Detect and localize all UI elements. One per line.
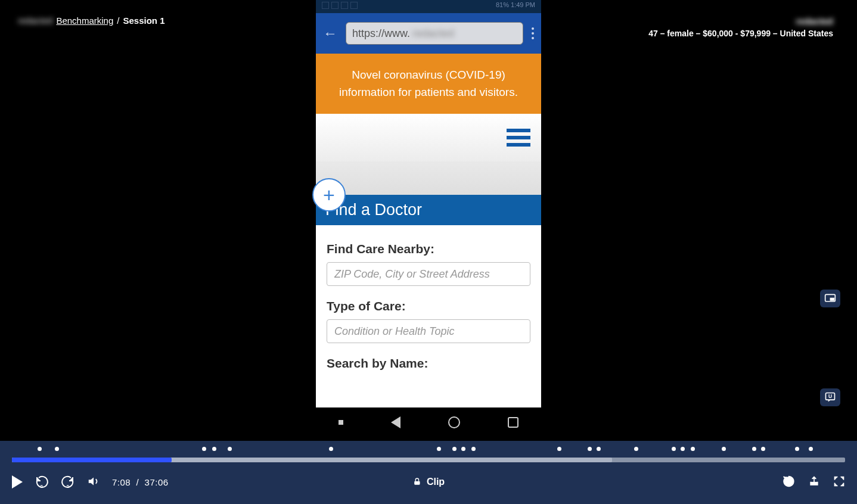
participant-info: redacted 47 – female – $60,000 - $79,999…: [648, 15, 833, 39]
volume-button[interactable]: [87, 475, 100, 490]
timeline-marker[interactable]: [437, 447, 441, 451]
timeline-marker[interactable]: [55, 447, 59, 451]
participant-demographics: 47 – female – $60,000 - $79,999 – United…: [648, 28, 833, 39]
label-type-of-care: Type of Care:: [327, 299, 530, 313]
site-topbar: [316, 114, 541, 161]
timeline-marker[interactable]: [228, 447, 232, 451]
nav-recents-icon[interactable]: [508, 417, 518, 428]
breadcrumb-current-session: Session 1: [123, 15, 164, 26]
time-display: 7:08 / 37:06: [112, 477, 169, 487]
nav-back-icon[interactable]: [391, 416, 400, 428]
current-time: 7:08: [112, 477, 131, 487]
label-search-by-name: Search by Name:: [327, 356, 530, 371]
input-type-of-care[interactable]: [327, 319, 530, 343]
play-button[interactable]: [12, 475, 23, 489]
android-status-bar: 81% 1:49 PM: [316, 0, 541, 13]
timeline-marker[interactable]: [722, 447, 726, 451]
svg-text:5: 5: [67, 484, 70, 489]
timeline-marker[interactable]: [681, 447, 685, 451]
find-doctor-form: Find Care Nearby: Type of Care: Search b…: [316, 225, 541, 407]
participant-gender: female: [667, 29, 693, 38]
timeline-marker[interactable]: [461, 447, 465, 451]
timeline-marker[interactable]: [588, 447, 592, 451]
participant-name-blurred: redacted: [796, 15, 833, 27]
site-subheader: +: [316, 161, 541, 195]
android-nav-bar: [316, 407, 541, 437]
svg-rect-1: [830, 298, 834, 300]
participant-age: 47: [648, 29, 658, 38]
status-clock: 1:49 PM: [511, 1, 535, 8]
find-a-doctor-heading: Find a Doctor: [316, 195, 541, 225]
fullscreen-button[interactable]: [833, 475, 845, 489]
timeline-marker[interactable]: [202, 447, 206, 451]
player-controls: 5 5 7:08 / 37:06 Clip: [0, 462, 857, 502]
timeline-marker[interactable]: [329, 447, 333, 451]
duration: 37:06: [145, 477, 169, 487]
rewind-5-button[interactable]: 5: [35, 475, 49, 489]
breadcrumb-separator: /: [117, 15, 119, 26]
nav-home-icon[interactable]: [448, 416, 460, 428]
status-right: 81% 1:49 PM: [496, 1, 535, 8]
participant-country: United States: [780, 29, 833, 38]
participant-income: $60,000 - $79,999: [703, 29, 771, 38]
url-visible-prefix: https://www.: [352, 27, 410, 40]
timeline-marker[interactable]: [634, 447, 638, 451]
timeline-marker[interactable]: [597, 447, 601, 451]
timeline-marker[interactable]: [795, 447, 799, 451]
progress-played: [12, 458, 172, 462]
timeline-markers[interactable]: [0, 444, 857, 455]
browser-url-field[interactable]: https://www. redacted: [346, 22, 523, 45]
timeline-marker[interactable]: [809, 447, 813, 451]
timeline-marker[interactable]: [471, 447, 476, 451]
share-button[interactable]: [808, 475, 820, 489]
breadcrumb-link-benchmarking[interactable]: Benchmarking: [56, 15, 113, 26]
timeline-marker[interactable]: [672, 447, 676, 451]
timeline-marker[interactable]: [38, 447, 42, 451]
plus-icon[interactable]: +: [312, 178, 346, 211]
nav-assistant-icon[interactable]: [339, 420, 343, 425]
clip-label: Clip: [427, 477, 445, 487]
progress-bar[interactable]: [12, 458, 845, 462]
svg-rect-6: [414, 481, 420, 485]
picture-in-picture-button[interactable]: [820, 290, 840, 307]
feedback-button[interactable]: U: [820, 388, 840, 406]
svg-text:U: U: [828, 393, 832, 399]
timeline-marker[interactable]: [691, 447, 695, 451]
timeline-marker[interactable]: [452, 447, 457, 451]
forward-5-button[interactable]: 5: [61, 475, 75, 489]
url-blurred-remainder: redacted: [412, 27, 454, 40]
timeline-marker[interactable]: [752, 447, 756, 451]
status-notification-icons: [322, 2, 358, 9]
timeline-marker[interactable]: [761, 447, 765, 451]
browser-toolbar: ← https://www. redacted: [316, 13, 541, 54]
video-player-bar: 5 5 7:08 / 37:06 Clip: [0, 441, 857, 504]
browser-menu-button[interactable]: [532, 27, 534, 39]
browser-back-button[interactable]: ←: [323, 25, 337, 42]
input-location[interactable]: [327, 262, 530, 286]
timeline-marker[interactable]: [557, 447, 561, 451]
breadcrumb-prefix-blurred: redacted: [18, 15, 52, 26]
breadcrumb: redacted Benchmarking / Session 1: [18, 15, 164, 26]
rotate-button[interactable]: [782, 475, 795, 490]
timeline-marker[interactable]: [212, 447, 216, 451]
covid-banner[interactable]: Novel coronavirus (COVID-19) information…: [316, 54, 541, 114]
label-location: Find Care Nearby:: [327, 242, 530, 256]
status-battery: 81%: [496, 1, 509, 8]
svg-text:5: 5: [41, 484, 44, 489]
hamburger-menu-icon[interactable]: [507, 129, 530, 147]
covid-banner-text: Novel coronavirus (COVID-19) information…: [339, 69, 518, 98]
device-recording: 81% 1:49 PM ← https://www. redacted Nove…: [316, 0, 541, 437]
clip-button[interactable]: Clip: [412, 477, 445, 487]
